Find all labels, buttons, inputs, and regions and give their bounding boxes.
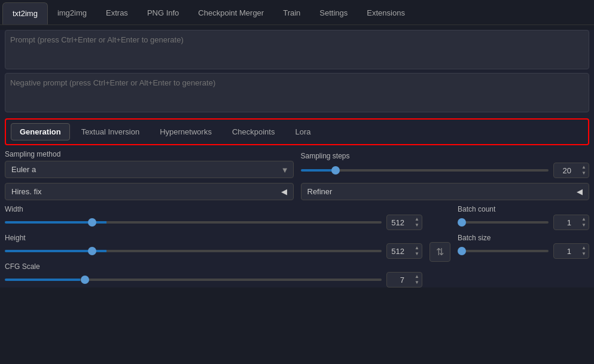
width-arrows: ▲ ▼: [415, 216, 419, 228]
batch-count-group: Batch count ▲ ▼: [458, 205, 589, 230]
hires-refiner-row: Hires. fix ◀ Refiner ◀: [5, 183, 589, 200]
batch-count-down-arrow[interactable]: ▼: [581, 222, 586, 228]
sub-tab-checkpoints[interactable]: Checkpoints: [223, 123, 284, 140]
width-slider-row: ▲ ▼: [5, 215, 422, 230]
width-label: Width: [5, 205, 422, 213]
sampling-steps-up-arrow[interactable]: ▲: [581, 164, 586, 170]
sub-tab-lora[interactable]: Lora: [286, 123, 319, 140]
cfg-scale-up-arrow[interactable]: ▲: [415, 274, 419, 280]
refiner-arrow-icon: ◀: [577, 187, 583, 196]
sampling-method-select-wrapper: Euler a ▼: [5, 161, 294, 178]
width-input[interactable]: [389, 218, 413, 227]
sampling-steps-arrows: ▲ ▼: [581, 164, 586, 176]
batch-count-numbox: ▲ ▼: [553, 215, 589, 230]
batch-count-label: Batch count: [458, 205, 589, 213]
sampling-row: Sampling method Euler a ▼ Sampling steps…: [5, 150, 589, 178]
cfg-scale-down-arrow[interactable]: ▼: [415, 280, 419, 286]
sampling-steps-slider-row: ▲ ▼: [301, 163, 590, 178]
height-arrows: ▲ ▼: [415, 245, 419, 257]
swap-dimensions-button[interactable]: ⇅: [429, 242, 450, 262]
cfg-scale-arrows: ▲ ▼: [415, 274, 419, 286]
sampling-method-group: Sampling method Euler a ▼: [5, 150, 294, 178]
batch-size-input[interactable]: [556, 247, 580, 256]
batch-size-label: Batch size: [458, 234, 589, 242]
tab-img2img[interactable]: img2img: [48, 2, 96, 25]
height-input[interactable]: [389, 247, 413, 256]
cfg-scale-slider-row: ▲ ▼: [5, 272, 422, 287]
height-label: Height: [5, 234, 422, 242]
batch-size-numbox: ▲ ▼: [553, 243, 589, 259]
dimensions-group: Width ▲ ▼ Height: [5, 205, 422, 287]
tab-checkpoint-merger[interactable]: Checkpoint Merger: [188, 2, 273, 25]
width-down-arrow[interactable]: ▼: [415, 222, 419, 228]
hires-fix-label: Hires. fix: [11, 187, 42, 196]
sampling-steps-slider[interactable]: [301, 169, 549, 172]
sampling-steps-input[interactable]: [556, 166, 580, 175]
sub-tab-generation[interactable]: Generation: [11, 123, 70, 140]
batch-size-up-arrow[interactable]: ▲: [581, 245, 586, 251]
width-group: Width ▲ ▼: [5, 205, 422, 230]
tab-extensions[interactable]: Extensions: [357, 2, 415, 25]
positive-prompt-area: [5, 30, 589, 69]
hires-fix-arrow-icon: ◀: [281, 187, 287, 196]
dimensions-batch-row: Width ▲ ▼ Height: [5, 205, 589, 287]
sampling-method-label: Sampling method: [5, 150, 294, 158]
batch-size-slider[interactable]: [458, 250, 549, 252]
cfg-scale-group: CFG Scale ▲ ▼: [5, 262, 422, 287]
refiner-label: Refiner: [307, 187, 333, 196]
negative-prompt-input[interactable]: [10, 78, 584, 105]
batch-count-input[interactable]: [556, 218, 580, 227]
width-numbox: ▲ ▼: [386, 215, 422, 230]
height-numbox: ▲ ▼: [386, 243, 422, 259]
tab-txt2img[interactable]: txt2img: [2, 2, 48, 25]
tab-extras[interactable]: Extras: [96, 2, 138, 25]
width-slider[interactable]: [5, 221, 382, 224]
batch-size-down-arrow[interactable]: ▼: [581, 251, 586, 257]
hires-fix-button[interactable]: Hires. fix ◀: [5, 183, 294, 200]
sampling-steps-numbox: ▲ ▼: [553, 163, 589, 178]
main-content: Generation Textual Inversion Hypernetwor…: [0, 30, 594, 287]
height-slider-row: ▲ ▼: [5, 243, 422, 259]
swap-button-wrapper: ⇅: [429, 205, 450, 287]
height-up-arrow[interactable]: ▲: [415, 245, 419, 251]
batch-count-arrows: ▲ ▼: [581, 216, 586, 228]
height-slider[interactable]: [5, 250, 382, 252]
sampling-steps-label: Sampling steps: [301, 152, 590, 160]
controls-section: Sampling method Euler a ▼ Sampling steps…: [0, 145, 594, 287]
height-down-arrow[interactable]: ▼: [415, 251, 419, 257]
positive-prompt-input[interactable]: [10, 35, 584, 62]
batch-size-arrows: ▲ ▼: [581, 245, 586, 257]
sampling-steps-down-arrow[interactable]: ▼: [581, 170, 586, 176]
cfg-scale-numbox: ▲ ▼: [386, 272, 422, 287]
batch-size-group: Batch size ▲ ▼: [458, 234, 589, 259]
cfg-scale-slider[interactable]: [5, 279, 382, 281]
cfg-scale-label: CFG Scale: [5, 262, 422, 271]
batch-size-slider-row: ▲ ▼: [458, 243, 589, 259]
sampling-method-select[interactable]: Euler a: [5, 161, 294, 178]
batch-count-slider[interactable]: [458, 221, 549, 224]
tab-png-info[interactable]: PNG Info: [138, 2, 188, 25]
tab-train[interactable]: Train: [273, 2, 310, 25]
height-group: Height ▲ ▼: [5, 234, 422, 259]
batch-count-up-arrow[interactable]: ▲: [581, 216, 586, 222]
refiner-button[interactable]: Refiner ◀: [301, 183, 590, 200]
negative-prompt-area: [5, 73, 589, 112]
sub-tabs: Generation Textual Inversion Hypernetwor…: [5, 118, 589, 145]
batch-count-slider-row: ▲ ▼: [458, 215, 589, 230]
sampling-steps-group: Sampling steps ▲ ▼: [301, 152, 590, 178]
top-nav: txt2img img2img Extras PNG Info Checkpoi…: [0, 0, 594, 25]
sub-tab-hypernetworks[interactable]: Hypernetworks: [151, 123, 221, 140]
tab-settings[interactable]: Settings: [310, 2, 357, 25]
cfg-scale-input[interactable]: [389, 276, 413, 285]
batch-group: Batch count ▲ ▼ Batch siz: [458, 205, 589, 287]
width-up-arrow[interactable]: ▲: [415, 216, 419, 222]
sub-tab-textual-inversion[interactable]: Textual Inversion: [72, 123, 149, 140]
